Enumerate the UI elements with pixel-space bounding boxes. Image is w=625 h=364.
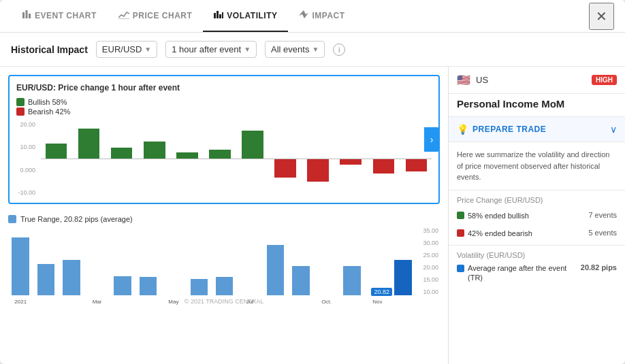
chevron-down-icon: ∨	[610, 124, 617, 135]
price-bar-rect-5	[209, 150, 231, 159]
price-bar-rect-1	[78, 129, 100, 159]
bearish-dot	[16, 107, 25, 116]
vol-bar-group-11	[289, 227, 313, 295]
vol-bar-group-13	[340, 227, 364, 295]
summary-text: Here we summarize the volatility and dir…	[449, 142, 625, 191]
svg-rect-6	[222, 12, 223, 18]
volatility-icon	[214, 10, 223, 21]
vol-bar-group-14: Nov	[365, 227, 389, 295]
right-panel: 🇺🇸 US HIGH Personal Income MoM 💡 PREPARE…	[448, 67, 625, 364]
modal: EVENT CHART PRICE CHART VOLATILITY IMPAC…	[0, 0, 625, 364]
vol-bar-group-7	[187, 227, 211, 295]
prepare-trade-bar[interactable]: 💡 PREPARE TRADE ∨	[449, 117, 625, 142]
svg-rect-5	[219, 14, 221, 18]
vol-bar-group-0: 2021	[8, 227, 33, 295]
vol-y-2: 25.00	[418, 252, 438, 259]
info-icon[interactable]: i	[333, 44, 345, 56]
vol-bar-rect-11	[292, 266, 310, 295]
event-title: Personal Income MoM	[449, 94, 625, 117]
stat-row-bullish: 58% ended bullish 7 events	[449, 207, 625, 225]
vol-bar-group-10	[263, 227, 287, 295]
price-section-title: Price Change (EUR/USD)	[449, 191, 625, 207]
timeframe-arrow-icon: ▼	[244, 46, 251, 53]
y-label-2: 0.000	[16, 167, 35, 173]
timeframe-dropdown[interactable]: 1 hour after event ▼	[165, 41, 257, 58]
price-bar-rect-0	[46, 144, 67, 159]
prepare-trade-label: PREPARE TRADE	[472, 125, 606, 134]
chart-title-prefix: EUR/USD:	[16, 83, 56, 93]
svg-rect-4	[217, 11, 219, 18]
svg-rect-1	[26, 10, 28, 18]
tab-volatility-label: VOLATILITY	[227, 11, 277, 20]
tab-impact[interactable]: IMPACT	[288, 0, 355, 32]
vol-bar-label-6: May	[168, 299, 178, 305]
vol-bar-rect-8	[216, 277, 234, 295]
close-button[interactable]: ✕	[589, 3, 614, 30]
chart-title-suffix: Price change 1 hour after event	[58, 83, 180, 93]
currency-value: EUR/USD	[102, 44, 142, 54]
vol-bar-rect-13	[343, 266, 361, 295]
volatility-chart-box: True Range, 20.82 pips (average) 2021Mar…	[8, 210, 440, 310]
events-value: All events	[271, 44, 309, 54]
price-legend: Bullish 58% Bearish 42%	[16, 98, 432, 116]
vol-title-text: True Range, 20.82 pips (average)	[20, 215, 133, 223]
tab-price-chart-label: PRICE CHART	[133, 11, 193, 20]
tab-impact-label: IMPACT	[312, 11, 344, 20]
vol-stat-row: Average range after the event (TR) 20.82…	[457, 263, 617, 283]
flag-icon: 🇺🇸	[457, 73, 470, 86]
vol-y-1: 30.00	[418, 239, 438, 246]
impact-badge: HIGH	[592, 75, 617, 85]
vol-bar-label-0: 2021	[14, 299, 27, 305]
vol-y-0: 35.00	[418, 227, 438, 234]
events-arrow-icon: ▼	[312, 46, 319, 53]
vol-y-3: 20.00	[418, 264, 438, 271]
bearish-label: Bearish 42%	[28, 107, 70, 116]
vol-bar-rect-1	[37, 264, 55, 295]
currency-arrow-icon: ▼	[144, 46, 151, 53]
vol-bar-group-8	[212, 227, 237, 295]
vol-stat-dot	[457, 265, 464, 272]
tabs-bar: EVENT CHART PRICE CHART VOLATILITY IMPAC…	[0, 0, 625, 33]
price-bar-rect-2	[111, 148, 133, 159]
price-bar-rect-8	[307, 159, 329, 182]
price-bar-rect-3	[144, 142, 165, 159]
svg-rect-0	[22, 12, 25, 18]
zero-line	[41, 159, 432, 159]
price-bars-container	[41, 121, 432, 196]
tab-event-chart[interactable]: EVENT CHART	[11, 0, 108, 32]
vol-bars-wrapper: 2021MarMayJulOct.Nov 20.82	[8, 227, 415, 295]
vol-bar-rect-7	[191, 279, 208, 295]
bearish-stat-dot	[457, 229, 464, 237]
nav-arrow[interactable]: ›	[424, 127, 439, 152]
currency-dropdown[interactable]: EUR/USD ▼	[96, 41, 157, 58]
vol-bar-group-12: Oct.	[314, 227, 338, 295]
vol-stat-legend: Average range after the event (TR)	[457, 263, 575, 283]
y-label-3: -10.00	[16, 189, 35, 196]
volatility-section: Volatility (EUR/USD) Average range after…	[449, 245, 625, 286]
price-bar-rect-4	[176, 152, 198, 159]
vol-bar-group-3: Mar	[84, 227, 109, 295]
vol-section-title: Volatility (EUR/USD)	[457, 251, 617, 259]
vol-bar-rect-10	[267, 245, 285, 295]
bullish-stat-dot	[457, 212, 464, 219]
vol-y-axis: 35.00 30.00 25.00 20.00 15.00 10.00	[418, 227, 440, 295]
price-bar-rect-9	[340, 159, 362, 165]
tab-price-chart[interactable]: PRICE CHART	[108, 0, 204, 32]
historical-impact-label: Historical Impact	[11, 44, 88, 55]
impact-icon	[299, 10, 308, 21]
price-chart-box: EUR/USD: Price change 1 hour after event…	[8, 75, 440, 204]
events-dropdown[interactable]: All events ▼	[265, 41, 325, 58]
vol-bar-group-4	[110, 227, 135, 295]
bullish-dot	[16, 98, 25, 106]
y-label-0: 20.00	[16, 121, 35, 128]
tab-volatility[interactable]: VOLATILITY	[203, 0, 288, 32]
price-chart-title: EUR/USD: Price change 1 hour after event	[16, 83, 432, 93]
price-y-axis: 20.00 10.00 0.000 -10.00	[16, 121, 38, 196]
vol-chart-title: True Range, 20.82 pips (average)	[8, 215, 440, 223]
country-name: US	[476, 75, 586, 85]
vol-bar-group-2	[59, 227, 84, 295]
vol-bar-group-5	[135, 227, 160, 295]
price-bar-rect-11	[406, 159, 428, 171]
price-chart-icon	[118, 10, 129, 21]
vol-y-4: 15.00	[418, 276, 438, 283]
